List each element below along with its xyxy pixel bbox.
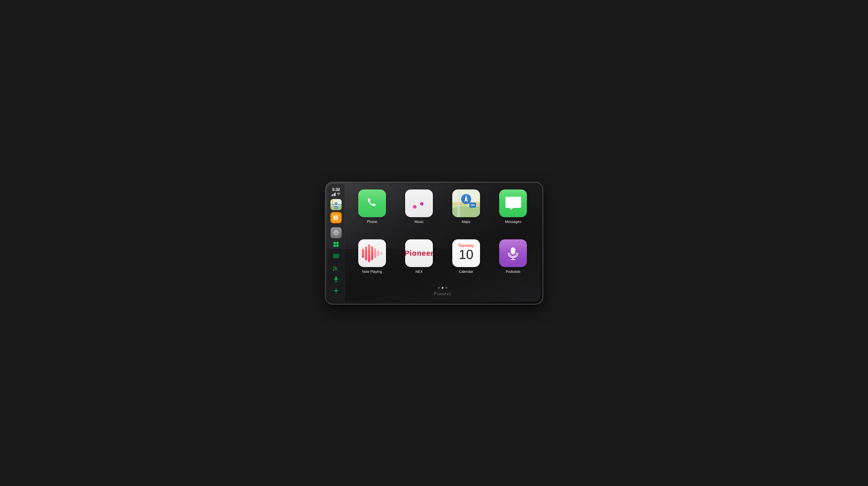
- wifi-icon: [337, 193, 341, 196]
- wave-bar-1: [362, 249, 364, 258]
- cellular-signal: [332, 193, 336, 196]
- clock: 5:32: [332, 188, 340, 192]
- music-icon: [405, 190, 433, 217]
- nex-label: NEX: [415, 269, 423, 273]
- svg-rect-31: [511, 248, 515, 255]
- screen-grid-button[interactable]: [332, 240, 340, 249]
- app-nowplaying[interactable]: Now Playing: [352, 239, 392, 285]
- add-button[interactable]: [332, 287, 340, 295]
- svg-point-18: [333, 269, 334, 270]
- sidebar-item-settings[interactable]: [331, 227, 342, 238]
- bottom-bar: Pioneer: [352, 290, 533, 298]
- page-dots: [352, 285, 533, 290]
- app-nex[interactable]: Pioneer NEX: [399, 239, 439, 285]
- svg-rect-19: [335, 277, 337, 280]
- signal-bar-1: [332, 195, 332, 196]
- maps-label: Maps: [462, 220, 470, 224]
- wave-bar-6: [377, 251, 379, 256]
- app-messages[interactable]: Messages: [493, 190, 533, 234]
- phone-label: Phone: [367, 220, 377, 224]
- sidebar-item-maps[interactable]: 280: [331, 199, 342, 210]
- status-bar: 5:32: [332, 188, 341, 196]
- signal-indicators: [332, 193, 341, 196]
- screen-mirror-button[interactable]: [332, 252, 340, 260]
- svg-point-28: [461, 194, 471, 204]
- dot-1: [438, 287, 440, 289]
- calendar-day-num: 10: [459, 248, 473, 261]
- apps-grid: Phone: [352, 190, 533, 285]
- wave-bar-5: [374, 249, 376, 258]
- svg-rect-34: [512, 249, 514, 253]
- signal-bar-2: [333, 194, 333, 196]
- calendar-icon: Tuesday 10: [452, 239, 480, 267]
- svg-rect-13: [334, 245, 336, 247]
- screen: 5:32: [328, 185, 540, 302]
- remove-button[interactable]: [332, 298, 340, 302]
- nex-text: Pioneer: [405, 249, 433, 258]
- dot-3: [445, 287, 447, 289]
- app-music[interactable]: Music: [399, 190, 439, 234]
- sidebar-controls: [332, 240, 340, 302]
- svg-point-10: [335, 231, 337, 234]
- main-screen: Phone: [345, 185, 540, 302]
- sidebar-item-books[interactable]: [331, 212, 342, 223]
- wave-bar-7: [380, 252, 382, 255]
- wave-bar-2: [365, 247, 367, 260]
- signal-bar-4: [335, 193, 336, 196]
- waveform: [359, 241, 385, 265]
- svg-text:280: 280: [470, 204, 475, 206]
- wave-bar-3: [368, 245, 370, 262]
- pioneer-brand: Pioneer: [434, 291, 452, 296]
- messages-label: Messages: [505, 220, 521, 224]
- svg-rect-16: [335, 255, 336, 257]
- calendar-inner: Tuesday 10: [454, 241, 478, 265]
- app-phone[interactable]: Phone: [352, 190, 392, 234]
- signal-bar-3: [334, 193, 335, 196]
- nowplaying-icon: [358, 239, 386, 267]
- phone-icon: [358, 190, 386, 217]
- sidebar: 5:32: [328, 185, 345, 302]
- svg-rect-12: [336, 242, 339, 244]
- svg-rect-11: [334, 242, 336, 244]
- podcasts-icon: [499, 239, 527, 267]
- screen-cast-button[interactable]: [332, 263, 340, 271]
- svg-rect-9: [336, 215, 338, 220]
- nex-icon: Pioneer: [405, 239, 433, 267]
- maps-icon: 280: [452, 190, 480, 217]
- svg-text:280: 280: [335, 207, 338, 208]
- dot-2-active: [442, 287, 443, 289]
- svg-rect-27: [457, 190, 460, 217]
- podcasts-label: Podcasts: [506, 269, 520, 273]
- app-maps[interactable]: 280 Maps: [446, 190, 486, 234]
- nowplaying-label: Now Playing: [362, 269, 382, 273]
- svg-rect-17: [336, 255, 338, 257]
- music-label: Music: [414, 220, 424, 224]
- messages-icon: [499, 190, 527, 217]
- calendar-label: Calendar: [459, 269, 473, 273]
- app-calendar[interactable]: Tuesday 10 Calendar: [446, 239, 486, 285]
- wave-bar-4: [371, 247, 373, 260]
- svg-rect-14: [336, 245, 339, 247]
- app-podcasts[interactable]: Podcasts: [493, 239, 533, 285]
- mic-button[interactable]: [332, 275, 340, 283]
- pioneer-device: 5:32: [326, 183, 542, 304]
- svg-rect-15: [334, 254, 339, 258]
- svg-rect-8: [334, 215, 336, 220]
- pioneer-logo: Pioneer: [373, 291, 513, 296]
- calendar-day-name: Tuesday: [458, 244, 474, 248]
